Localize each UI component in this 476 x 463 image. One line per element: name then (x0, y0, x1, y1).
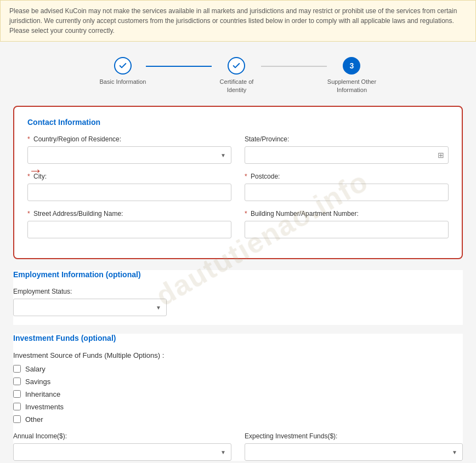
checkbox-other-label: Other (25, 415, 43, 424)
step-circle-1 (114, 57, 132, 75)
building-input[interactable] (245, 221, 449, 238)
contact-section: Contact Information * Country/Region of … (13, 106, 463, 259)
grid-icon: ⊞ (438, 151, 444, 159)
state-input[interactable] (245, 146, 449, 164)
expecting-funds-select[interactable] (245, 443, 463, 461)
employment-select[interactable] (13, 299, 167, 316)
investment-title: Investment Funds (optional) (13, 334, 463, 342)
checkbox-investments[interactable]: Investments (13, 403, 463, 411)
investment-section: Investment Funds (optional) Investment S… (13, 334, 463, 461)
country-group: * Country/Region of Residence: (27, 135, 231, 164)
city-group: * City: (27, 173, 231, 201)
checkbox-investments-input[interactable] (13, 403, 21, 410)
step-number-3: 3 (350, 61, 354, 70)
checkbox-inheritance[interactable]: Inheritance (13, 390, 463, 398)
investment-row-1: Annual Income($): Expecting Investment F… (13, 432, 463, 461)
street-group: * Street Address/Building Name: (27, 210, 231, 238)
contact-row-2: * City: * Postcode: (27, 173, 449, 201)
checkbox-inheritance-label: Inheritance (25, 390, 60, 398)
main-container: Basic Information Certificate of Identit… (2, 42, 474, 463)
state-label: State/Province: (245, 135, 449, 143)
checkbox-salary[interactable]: Salary (13, 365, 463, 373)
checkbox-salary-label: Salary (25, 365, 46, 373)
street-label: * Street Address/Building Name: (27, 210, 231, 218)
step-connector-1 (146, 66, 212, 67)
expecting-funds-select-wrapper (245, 443, 463, 461)
employment-status-label: Employment Status: (13, 288, 167, 295)
state-input-wrapper: ⊞ (245, 146, 449, 164)
postcode-group: * Postcode: (245, 173, 449, 201)
checkbox-savings-label: Savings (25, 378, 50, 386)
step-label-3: Supplement Other Information (327, 78, 376, 95)
arrow-indicator: → (29, 162, 43, 179)
contact-row-3: * Street Address/Building Name: * Buildi… (27, 210, 449, 238)
investment-source-label: Investment Source of Funds (Multiple Opt… (13, 351, 463, 359)
annual-income-select[interactable] (13, 443, 231, 461)
step-circle-2 (228, 57, 245, 75)
expecting-funds-group: Expecting Investment Funds($): (245, 432, 463, 461)
step-label-1: Basic Information (100, 78, 146, 86)
step-item-1: Basic Information (100, 57, 146, 86)
stepper: Basic Information Certificate of Identit… (13, 42, 463, 106)
employment-status-group: Employment Status: (13, 288, 167, 316)
country-select[interactable] (27, 146, 231, 164)
step-label-2: Certificate of Identity (212, 78, 261, 95)
step-connector-2 (261, 66, 327, 67)
building-label: * Building Number/Apartment Number: (245, 210, 449, 218)
investment-checkbox-group: Salary Savings Inheritance Investments O… (13, 365, 463, 424)
check-icon-2 (232, 61, 241, 70)
city-label: * City: (27, 173, 231, 180)
checkbox-other-input[interactable] (13, 415, 21, 423)
notice-text: Please be advised KuCoin may not make th… (9, 7, 457, 35)
street-input[interactable] (27, 221, 231, 238)
checkbox-other[interactable]: Other (13, 415, 463, 424)
city-input[interactable] (27, 184, 231, 201)
contact-section-title: Contact Information (27, 118, 449, 127)
expecting-funds-label: Expecting Investment Funds($): (245, 432, 463, 440)
postcode-input[interactable] (245, 184, 449, 201)
checkbox-savings-input[interactable] (13, 378, 21, 385)
employment-section: Employment Information (optional) Employ… (13, 270, 463, 325)
checkbox-salary-input[interactable] (13, 365, 21, 373)
employment-title: Employment Information (optional) (13, 270, 463, 279)
step-item-3: 3 Supplement Other Information (327, 57, 376, 95)
country-select-wrapper (27, 146, 231, 164)
employment-select-wrapper (13, 299, 167, 316)
annual-income-group: Annual Income($): (13, 432, 231, 461)
postcode-label: * Postcode: (245, 173, 449, 180)
annual-income-select-wrapper (13, 443, 231, 461)
contact-row-1: * Country/Region of Residence: State/Pro… (27, 135, 449, 164)
country-label: * Country/Region of Residence: (27, 135, 231, 143)
state-group: State/Province: ⊞ (245, 135, 449, 164)
step-circle-3: 3 (343, 57, 360, 75)
step-item-2: Certificate of Identity (212, 57, 261, 95)
checkbox-inheritance-input[interactable] (13, 390, 21, 398)
annual-income-label: Annual Income($): (13, 432, 231, 440)
building-group: * Building Number/Apartment Number: (245, 210, 449, 238)
checkbox-savings[interactable]: Savings (13, 378, 463, 386)
notice-bar: Please be advised KuCoin may not make th… (0, 0, 476, 42)
checkbox-investments-label: Investments (25, 403, 64, 411)
check-icon-1 (118, 61, 127, 70)
country-required: * (27, 135, 30, 143)
